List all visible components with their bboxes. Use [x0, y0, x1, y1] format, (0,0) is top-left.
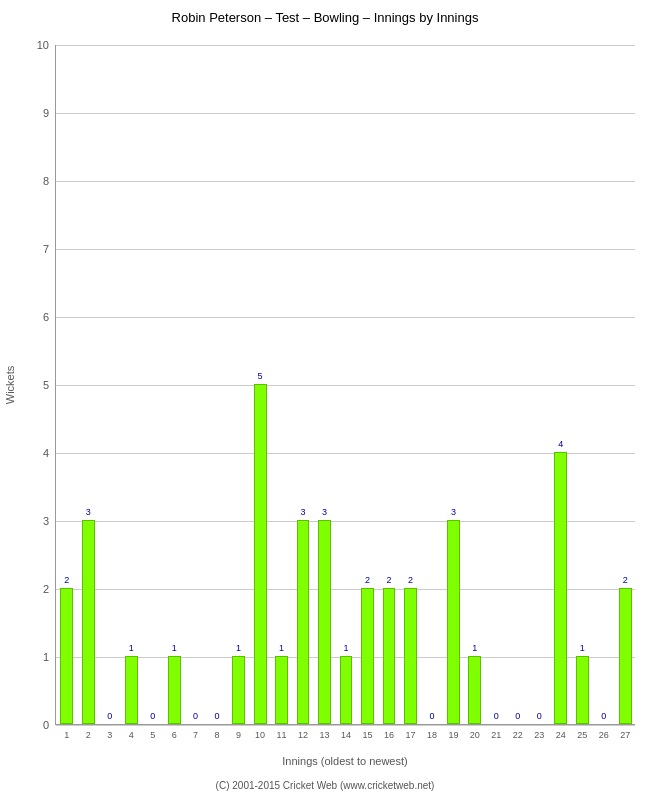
bar-value-label: 1: [123, 643, 139, 653]
bar: [447, 520, 460, 724]
bar: [554, 452, 567, 724]
copyright: (C) 2001-2015 Cricket Web (www.cricketwe…: [216, 780, 435, 791]
x-tick-label: 9: [231, 730, 247, 740]
bar: [125, 656, 138, 724]
bar-value-label: 3: [80, 507, 96, 517]
x-tick-label: 4: [123, 730, 139, 740]
bar-value-label: 0: [510, 711, 526, 721]
bar: [232, 656, 245, 724]
x-tick-label: 20: [467, 730, 483, 740]
x-tick-label: 19: [445, 730, 461, 740]
x-tick-label: 2: [80, 730, 96, 740]
bar: [576, 656, 589, 724]
bar-value-label: 0: [209, 711, 225, 721]
x-tick-label: 16: [381, 730, 397, 740]
bar-value-label: 2: [381, 575, 397, 585]
x-tick-label: 27: [617, 730, 633, 740]
x-tick-label: 22: [510, 730, 526, 740]
bar-value-label: 1: [574, 643, 590, 653]
x-tick-label: 8: [209, 730, 225, 740]
bar-value-label: 3: [445, 507, 461, 517]
bar: [361, 588, 374, 724]
bar-value-label: 1: [467, 643, 483, 653]
bar: [297, 520, 310, 724]
x-tick-label: 17: [402, 730, 418, 740]
bar: [254, 384, 267, 724]
x-axis-label: Innings (oldest to newest): [282, 755, 407, 767]
bar-value-label: 0: [102, 711, 118, 721]
bar-value-label: 1: [231, 643, 247, 653]
x-tick-label: 15: [359, 730, 375, 740]
bar: [318, 520, 331, 724]
bar-value-label: 5: [252, 371, 268, 381]
bar-value-label: 0: [145, 711, 161, 721]
x-tick-label: 6: [166, 730, 182, 740]
bar-value-label: 1: [274, 643, 290, 653]
bar-value-label: 2: [402, 575, 418, 585]
bar-value-label: 4: [553, 439, 569, 449]
bar-value-label: 2: [359, 575, 375, 585]
bar: [82, 520, 95, 724]
chart-area: 0123456789102132031405160708195101113123…: [55, 45, 635, 725]
x-tick-label: 26: [596, 730, 612, 740]
x-tick-label: 12: [295, 730, 311, 740]
x-tick-label: 23: [531, 730, 547, 740]
bar: [383, 588, 396, 724]
bar-value-label: 0: [531, 711, 547, 721]
bar: [404, 588, 417, 724]
x-tick-label: 13: [317, 730, 333, 740]
x-tick-label: 11: [274, 730, 290, 740]
bar-value-label: 0: [424, 711, 440, 721]
x-tick-label: 21: [488, 730, 504, 740]
bar: [619, 588, 632, 724]
bar: [168, 656, 181, 724]
bar-value-label: 0: [596, 711, 612, 721]
x-tick-label: 1: [59, 730, 75, 740]
bar-value-label: 2: [617, 575, 633, 585]
bar: [340, 656, 353, 724]
x-tick-label: 5: [145, 730, 161, 740]
x-tick-label: 10: [252, 730, 268, 740]
x-tick-label: 25: [574, 730, 590, 740]
chart-title: Robin Peterson – Test – Bowling – Inning…: [0, 10, 650, 25]
bar: [468, 656, 481, 724]
x-tick-label: 3: [102, 730, 118, 740]
x-tick-label: 24: [553, 730, 569, 740]
bar-value-label: 1: [166, 643, 182, 653]
bar-value-label: 0: [488, 711, 504, 721]
bar-value-label: 1: [338, 643, 354, 653]
x-tick-label: 14: [338, 730, 354, 740]
bar: [60, 588, 73, 724]
bar-value-label: 0: [188, 711, 204, 721]
x-tick-label: 7: [188, 730, 204, 740]
bar-value-label: 2: [59, 575, 75, 585]
bar-value-label: 3: [317, 507, 333, 517]
y-axis-label: Wickets: [4, 366, 16, 405]
x-tick-label: 18: [424, 730, 440, 740]
bar-value-label: 3: [295, 507, 311, 517]
chart-container: Robin Peterson – Test – Bowling – Inning…: [0, 0, 650, 800]
bar: [275, 656, 288, 724]
